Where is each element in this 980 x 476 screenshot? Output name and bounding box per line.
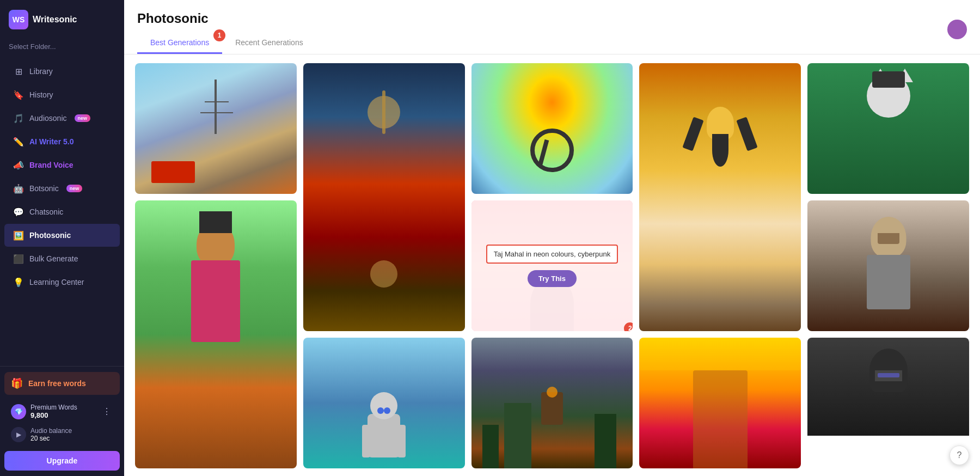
taj-prompt-text: Taj Mahal in neon colours, cyberpunk (486, 245, 618, 264)
main-content: Photosonic Best Generations 1 Recent Gen… (124, 0, 980, 476)
sidebar-item-label: History (29, 90, 53, 99)
words-avatar: 💎 (11, 404, 26, 419)
audiosonic-icon: 🎵 (13, 113, 24, 124)
sidebar-item-label: AI Writer 5.0 (29, 137, 74, 146)
sidebar-item-label: Brand Voice (29, 161, 74, 169)
words-title: Premium Words (30, 404, 77, 411)
sidebar-item-audiosonic[interactable]: 🎵 Audiosonic new (4, 107, 120, 130)
gallery-item-woman[interactable] (135, 200, 297, 468)
photosonic-icon: 🖼️ (13, 230, 24, 241)
header-right (947, 20, 967, 46)
sidebar-item-photosonic[interactable]: 🖼️ Photosonic (4, 224, 120, 247)
gallery-item-helmet[interactable] (807, 338, 969, 468)
help-button[interactable]: ? (950, 446, 969, 465)
sidebar-nav: ⊞ Library 🔖 History 🎵 Audiosonic new ✏️ … (0, 57, 124, 366)
taj-overlay: Taj Mahal in neon colours, cyberpunk Try… (471, 200, 633, 331)
chatsonic-icon: 💬 (13, 206, 24, 217)
sidebar-item-label: Chatsonic (29, 208, 63, 216)
gallery-grid: Taj Mahal in neon colours, cyberpunk Try… (135, 63, 969, 468)
new-badge: new (66, 185, 83, 192)
library-icon: ⊞ (13, 66, 24, 77)
gallery-item-jesus[interactable] (303, 63, 465, 331)
best-generations-badge: 1 (213, 29, 225, 41)
gallery-item-cyclist[interactable] (471, 63, 633, 194)
sidebar-item-history[interactable]: 🔖 History (4, 83, 120, 106)
premium-words-info: 💎 Premium Words 9,800 ⋮ (4, 400, 120, 423)
sidebar-item-label: Learning Center (29, 278, 84, 286)
gallery-item-eiffel[interactable] (135, 63, 297, 194)
sidebar-item-chatsonic[interactable]: 💬 Chatsonic (4, 200, 120, 223)
sidebar-item-ai-writer[interactable]: ✏️ AI Writer 5.0 (4, 130, 120, 153)
gallery-item-man[interactable] (807, 200, 969, 331)
gallery-item-forest[interactable] (471, 338, 633, 468)
gallery-item-building[interactable] (639, 338, 801, 468)
try-this-button[interactable]: Try This (528, 270, 577, 287)
sidebar-item-brand-voice[interactable]: 📣 Brand Voice (4, 154, 120, 176)
audio-count: 20 sec (30, 435, 72, 442)
sidebar: WS Writesonic Select Folder... ⊞ Library… (0, 0, 124, 476)
words-count: 9,800 (30, 411, 77, 419)
page-title-area: Photosonic Best Generations 1 Recent Gen… (137, 11, 316, 54)
sidebar-item-label: Botsonic (29, 184, 59, 193)
logo-area[interactable]: WS Writesonic (0, 0, 124, 39)
main-header: Photosonic Best Generations 1 Recent Gen… (124, 0, 980, 54)
tabs: Best Generations 1 Recent Generations (137, 33, 316, 54)
audio-title: Audio balance (30, 427, 72, 435)
sidebar-item-label: Bulk Generate (29, 254, 78, 263)
page-title: Photosonic (137, 11, 316, 26)
audio-avatar: ▶ (11, 427, 26, 442)
sidebar-item-label: Library (29, 67, 53, 76)
upgrade-button[interactable]: Upgrade (4, 451, 120, 471)
history-icon: 🔖 (13, 89, 24, 100)
bulk-generate-icon: ⬛ (13, 253, 24, 264)
gallery-item-taj[interactable]: Taj Mahal in neon colours, cyberpunk Try… (471, 200, 633, 331)
botsonic-icon: 🤖 (13, 183, 24, 194)
new-badge: new (75, 114, 91, 122)
user-avatar[interactable] (947, 20, 967, 39)
brand-voice-icon: 📣 (13, 160, 24, 170)
earn-free-words-button[interactable]: 🎁 Earn free words (4, 372, 120, 395)
tab-recent-generations[interactable]: Recent Generations (222, 33, 316, 54)
gallery-item-cat[interactable] (807, 63, 969, 194)
more-options-icon[interactable]: ⋮ (100, 405, 113, 418)
sidebar-item-bulk-generate[interactable]: ⬛ Bulk Generate (4, 247, 120, 270)
gallery-item-scream[interactable] (639, 63, 801, 331)
gift-icon: 🎁 (11, 377, 23, 389)
sidebar-item-label: Photosonic (29, 231, 71, 240)
gallery-badge-2: 2 (624, 322, 633, 331)
sidebar-item-label: Audiosonic (29, 114, 67, 123)
learning-center-icon: 💡 (13, 277, 24, 288)
audio-balance-info: ▶ Audio balance 20 sec (4, 425, 120, 444)
select-folder[interactable]: Select Folder... (0, 39, 124, 57)
gallery-container: Taj Mahal in neon colours, cyberpunk Try… (124, 54, 980, 476)
best-generations-tab-container: Best Generations 1 (137, 33, 222, 54)
earn-label: Earn free words (28, 379, 86, 388)
sidebar-bottom: 🎁 Earn free words 💎 Premium Words 9,800 … (0, 366, 124, 476)
ai-writer-icon: ✏️ (13, 136, 24, 147)
tab-best-generations[interactable]: Best Generations (137, 33, 222, 54)
logo-icon: WS (9, 10, 28, 29)
sidebar-item-learning-center[interactable]: 💡 Learning Center (4, 271, 120, 294)
app-name: Writesonic (33, 15, 77, 25)
question-mark-icon: ? (957, 450, 962, 460)
sidebar-item-botsonic[interactable]: 🤖 Botsonic new (4, 177, 120, 200)
sidebar-item-library[interactable]: ⊞ Library (4, 60, 120, 83)
gallery-item-robot[interactable] (303, 338, 465, 468)
